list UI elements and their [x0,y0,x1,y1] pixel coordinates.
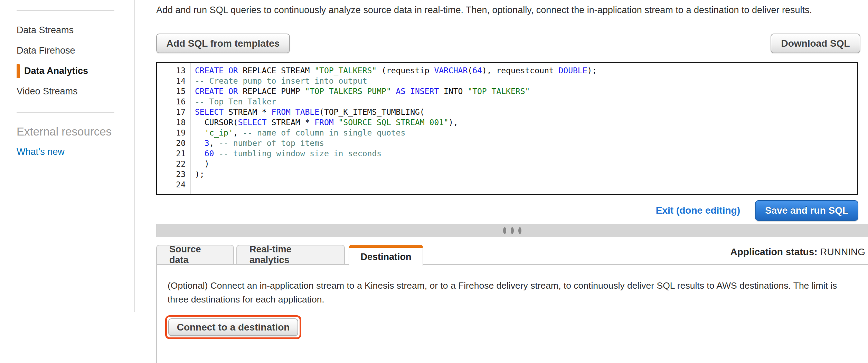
sidebar-item-label: Video Streams [17,86,78,97]
tab-destination[interactable]: Destination [349,245,423,266]
sidebar: Data StreamsData FirehoseData AnalyticsV… [0,0,134,312]
code-line: ) [195,159,857,169]
line-number: 23 [157,169,186,179]
splitter-dot-icon [518,227,521,234]
editor-code-area[interactable]: CREATE OR REPLACE STREAM "TOP_TALKERS" (… [190,63,857,194]
sidebar-divider [17,112,114,113]
kinesis-analytics-page: Data StreamsData FirehoseData AnalyticsV… [0,0,868,363]
sidebar-item-data-streams[interactable]: Data Streams [17,20,127,40]
code-line: 3, -- number of top items [195,138,857,148]
sidebar-item-label: Data Streams [17,25,74,36]
line-number: 13 [157,65,186,76]
code-line: 60 -- tumbling window size in seconds [195,148,857,159]
active-item-accent-bar [17,64,20,78]
tab-label: Real-time analytics [249,244,332,266]
line-number: 15 [157,86,186,96]
destination-panel-description: (Optional) Connect an in-application str… [168,279,860,306]
editor-line-numbers: 131415161718192021222324 [157,63,190,194]
line-number: 16 [157,96,186,107]
line-number: 24 [157,179,186,190]
sql-editor[interactable]: 131415161718192021222324 CREATE OR REPLA… [156,62,858,195]
connect-to-destination-button[interactable]: Connect to a destination [168,318,298,336]
line-number: 17 [157,107,186,117]
sidebar-separator [134,0,135,312]
connect-destination-focus-ring: Connect to a destination [165,315,301,339]
sidebar-nav: Data StreamsData FirehoseData AnalyticsV… [17,20,127,102]
tab-real-time-analytics[interactable]: Real-time analytics [236,245,345,264]
whats-new-link[interactable]: What's new [17,147,65,157]
code-line: -- Create pump to insert into output [195,76,857,86]
application-status-value: RUNNING [820,246,865,257]
code-line: CREATE OR REPLACE STREAM "TOP_TALKERS" (… [195,65,857,76]
download-sql-button[interactable]: Download SQL [771,34,860,53]
sidebar-item-label: Data Analytics [24,66,88,76]
code-line: -- Top Ten Talker [195,96,857,107]
destination-panel: (Optional) Connect an in-application str… [156,264,868,363]
application-status-label: Application status: [730,246,818,257]
sidebar-item-data-analytics[interactable]: Data Analytics [17,61,127,81]
line-number: 21 [157,148,186,159]
line-number: 20 [157,138,186,148]
line-number: 14 [157,76,186,86]
sidebar-divider [17,10,114,11]
page-description: Add and run SQL queries to continuously … [156,4,868,16]
sidebar-item-label: Data Firehose [17,45,75,56]
code-line [195,179,857,190]
code-line: SELECT STREAM * FROM TABLE(TOP_K_ITEMS_T… [195,107,857,117]
code-line: CURSOR(SELECT STREAM * FROM "SOURCE_SQL_… [195,117,857,128]
editor-actions: Exit (done editing) Save and run SQL [156,199,858,222]
code-line: CREATE OR REPLACE PUMP "TOP_TALKERS_PUMP… [195,86,857,96]
splitter-dot-icon [503,227,506,234]
result-tabs: Source dataReal-time analyticsDestinatio… [156,245,426,266]
line-number: 18 [157,117,186,128]
line-number: 22 [157,159,186,169]
tab-label: Source data [169,244,221,266]
tab-source-data[interactable]: Source data [156,245,234,264]
splitter-dot-icon [511,227,514,234]
sidebar-item-video-streams[interactable]: Video Streams [17,81,127,102]
save-and-run-sql-button[interactable]: Save and run SQL [755,200,858,221]
line-number: 19 [157,128,186,138]
pane-splitter-handle[interactable] [156,224,868,237]
tab-label: Destination [361,252,412,262]
sidebar-item-data-firehose[interactable]: Data Firehose [17,40,127,61]
main-content: Add and run SQL queries to continuously … [156,0,868,363]
add-sql-from-templates-button[interactable]: Add SQL from templates [156,34,290,53]
external-resources-heading: External resources [17,125,112,138]
application-status: Application status: RUNNING [730,246,865,258]
code-line: 'c_ip', -- name of column in single quot… [195,128,857,138]
exit-done-editing-link[interactable]: Exit (done editing) [656,205,740,216]
code-line: ); [195,169,857,179]
